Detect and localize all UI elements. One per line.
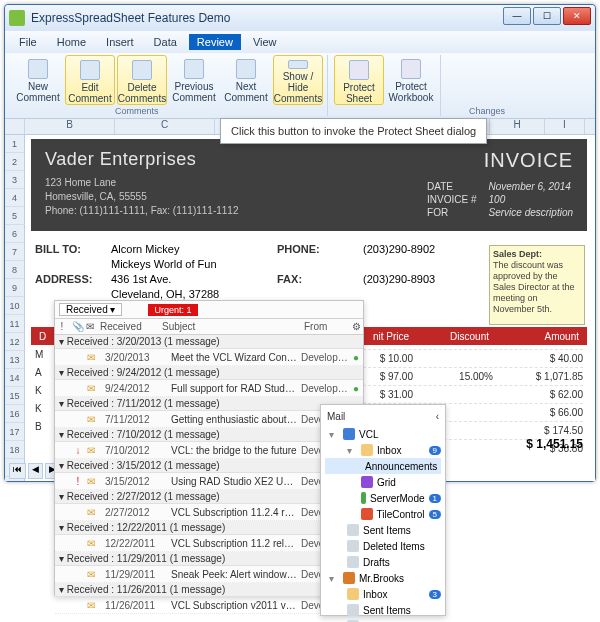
menu-file[interactable]: File bbox=[11, 34, 45, 50]
row-header[interactable]: 14 bbox=[5, 369, 25, 387]
mail-group-header[interactable]: ▾ Received : 3/15/2012 (1 message) bbox=[55, 459, 363, 473]
tree-inbox[interactable]: ▾Inbox9 bbox=[325, 442, 441, 458]
menu-view[interactable]: View bbox=[245, 34, 285, 50]
invoice-meta: DATENovember 6, 2014 INVOICE #100 FORSer… bbox=[427, 181, 573, 218]
row-header[interactable]: 6 bbox=[5, 225, 25, 243]
row-header[interactable]: 18 bbox=[5, 441, 25, 459]
col-importance[interactable]: ! bbox=[55, 321, 69, 332]
mail-group-header[interactable]: ▾ Received : 11/26/2011 (1 message) bbox=[55, 583, 363, 597]
comment-delete-icon bbox=[132, 60, 152, 80]
mail-columns: ! 📎 ✉ Received Subject From ⚙ bbox=[55, 319, 363, 335]
row-header[interactable]: 3 bbox=[5, 171, 25, 189]
protect-sheet-icon bbox=[349, 60, 369, 80]
row-header[interactable]: 8 bbox=[5, 261, 25, 279]
col-h[interactable]: H bbox=[490, 119, 545, 134]
menu-bar: File Home Insert Data Review View bbox=[5, 31, 595, 53]
menu-review[interactable]: Review bbox=[189, 34, 241, 50]
tab-first[interactable]: ⏮ bbox=[9, 463, 26, 479]
app-icon bbox=[9, 10, 25, 26]
menu-home[interactable]: Home bbox=[49, 34, 94, 50]
draft-icon bbox=[347, 556, 359, 568]
window-title: ExpressSpreadSheet Features Demo bbox=[31, 11, 230, 25]
col-envelope[interactable]: ✉ bbox=[83, 321, 97, 332]
col-from[interactable]: From bbox=[301, 321, 349, 332]
mail-row[interactable]: ✉7/11/2012Getting enthusiastic about …De… bbox=[55, 411, 363, 428]
row-header[interactable]: 11 bbox=[5, 315, 25, 333]
mail-row[interactable]: ✉11/26/2011VCL Subscription v2011 vol …D… bbox=[55, 597, 363, 614]
minimize-button[interactable]: — bbox=[503, 7, 531, 25]
edit-comment-button[interactable]: Edit Comment bbox=[65, 55, 115, 105]
mail-group-header[interactable]: ▾ Received : 9/24/2012 (1 message) bbox=[55, 366, 363, 380]
delete-comments-button[interactable]: Delete Comments bbox=[117, 55, 167, 105]
nav-back-icon[interactable]: ‹ bbox=[436, 411, 439, 422]
tree-deleted[interactable]: Deleted Items bbox=[325, 538, 441, 554]
group-dropdown[interactable]: Received ▾ bbox=[59, 303, 122, 316]
select-all-cell[interactable] bbox=[5, 119, 25, 134]
row-header[interactable]: 17 bbox=[5, 423, 25, 441]
row-header[interactable]: 9 bbox=[5, 279, 25, 297]
tree-vcl[interactable]: ▾VCL bbox=[325, 426, 441, 442]
chevron-down-icon: ▾ bbox=[110, 304, 115, 315]
tree-brooks[interactable]: ▾Mr.Brooks bbox=[325, 570, 441, 586]
mail-group-header[interactable]: ▾ Received : 7/11/2012 (1 message) bbox=[55, 397, 363, 411]
row-header[interactable]: 10 bbox=[5, 297, 25, 315]
prev-comment-button[interactable]: Previous Comment bbox=[169, 55, 219, 105]
menu-data[interactable]: Data bbox=[146, 34, 185, 50]
row-header[interactable]: 4 bbox=[5, 189, 25, 207]
mail-row[interactable]: ✉12/22/2011VCL Subscription 11.2 release… bbox=[55, 535, 363, 552]
mail-row[interactable]: ✉3/20/2013Meet the VCL Wizard Control!De… bbox=[55, 349, 363, 366]
col-subject[interactable]: Subject bbox=[159, 321, 301, 332]
col-i[interactable]: I bbox=[545, 119, 585, 134]
mail-group-header[interactable]: ▾ Received : 3/20/2013 (1 message) bbox=[55, 335, 363, 349]
tree-announcements[interactable]: Announcements3 bbox=[325, 458, 441, 474]
sent-icon bbox=[347, 524, 359, 536]
mail-row[interactable]: ↓✉7/10/2012VCL: the bridge to the future… bbox=[55, 442, 363, 459]
mail-group-header[interactable]: ▾ Received : 12/22/2011 (1 message) bbox=[55, 521, 363, 535]
maximize-button[interactable]: ☐ bbox=[533, 7, 561, 25]
row-header[interactable]: 5 bbox=[5, 207, 25, 225]
tree-brooks-inbox[interactable]: Inbox3 bbox=[325, 586, 441, 602]
tree-drafts[interactable]: Drafts bbox=[325, 554, 441, 570]
mail-row[interactable]: ✉9/24/2012Full support for RAD Studio …D… bbox=[55, 380, 363, 397]
protect-sheet-button[interactable]: Protect Sheet bbox=[334, 55, 384, 105]
tag-icon bbox=[361, 476, 373, 488]
row-header[interactable]: 13 bbox=[5, 351, 25, 369]
next-comment-button[interactable]: Next Comment bbox=[221, 55, 271, 105]
invoice-header: Vader Enterprises 123 Home Lane Homesvil… bbox=[31, 139, 587, 231]
row-header[interactable]: 7 bbox=[5, 243, 25, 261]
tab-prev[interactable]: ◀ bbox=[28, 463, 43, 479]
mail-row[interactable]: !✉3/15/2012Using RAD Studio XE2 Upda…Dev… bbox=[55, 473, 363, 490]
tree-servermode[interactable]: ServerMode1 bbox=[325, 490, 441, 506]
row-header[interactable]: 2 bbox=[5, 153, 25, 171]
new-comment-button[interactable]: New Comment bbox=[13, 55, 63, 105]
mail-row[interactable]: ✉11/29/2011Sneak Peek: Alert windows i…D… bbox=[55, 566, 363, 583]
col-c[interactable]: C bbox=[115, 119, 215, 134]
tree-brooks-deleted[interactable]: Deleted Items bbox=[325, 618, 441, 622]
show-hide-comments-button[interactable]: Show / Hide Comments bbox=[273, 55, 323, 105]
mail-group-header[interactable]: ▾ Received : 7/10/2012 (1 message) bbox=[55, 428, 363, 442]
col-settings[interactable]: ⚙ bbox=[349, 321, 363, 332]
col-attachment[interactable]: 📎 bbox=[69, 321, 83, 332]
mail-group-header[interactable]: ▾ Received : 11/29/2011 (1 message) bbox=[55, 552, 363, 566]
tag-icon bbox=[361, 508, 373, 520]
row-header[interactable]: 1 bbox=[5, 135, 25, 153]
tree-brooks-sent[interactable]: Sent Items bbox=[325, 602, 441, 618]
col-b[interactable]: B bbox=[25, 119, 115, 134]
tree-grid[interactable]: Grid bbox=[325, 474, 441, 490]
invoice-title: INVOICE bbox=[484, 149, 573, 172]
tree-sent[interactable]: Sent Items bbox=[325, 522, 441, 538]
tree-tilecontrol[interactable]: TileControl5 bbox=[325, 506, 441, 522]
mail-row[interactable]: ✉2/27/2012VCL Subscription 11.2.4 rele…D… bbox=[55, 504, 363, 521]
row-header[interactable]: 15 bbox=[5, 387, 25, 405]
protect-workbook-button[interactable]: Protect Workbook bbox=[386, 55, 436, 105]
comment-note[interactable]: Sales Dept: The discount was approved by… bbox=[489, 245, 585, 325]
row-header[interactable]: 12 bbox=[5, 333, 25, 351]
mail-group-header[interactable]: ▾ Received : 2/27/2012 (1 message) bbox=[55, 490, 363, 504]
col-received[interactable]: Received bbox=[97, 321, 159, 332]
inbox-icon bbox=[347, 588, 359, 600]
close-button[interactable]: ✕ bbox=[563, 7, 591, 25]
row-header[interactable]: 16 bbox=[5, 405, 25, 423]
desc-column: MAKKB bbox=[35, 349, 43, 439]
comment-next-icon bbox=[236, 59, 256, 79]
menu-insert[interactable]: Insert bbox=[98, 34, 142, 50]
